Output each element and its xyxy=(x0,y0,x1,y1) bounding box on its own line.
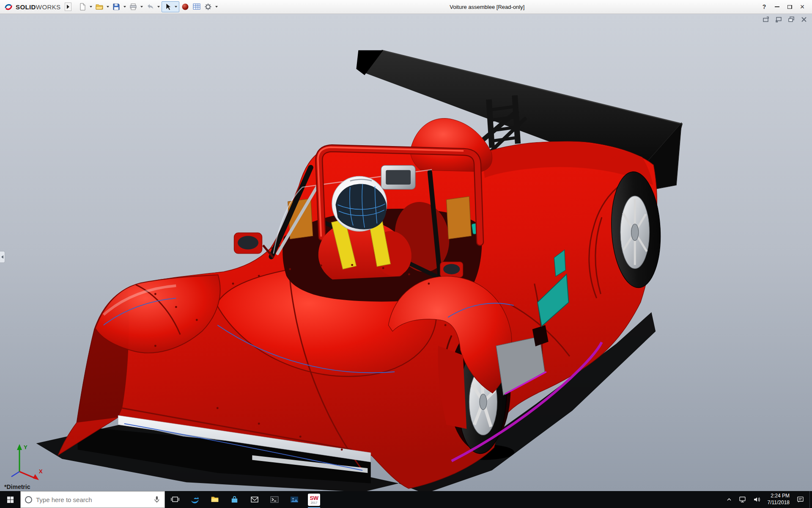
x-axis-arrow xyxy=(33,474,39,480)
start-button[interactable] xyxy=(0,491,20,508)
speaker-icon xyxy=(753,496,761,503)
hidden-icons-button[interactable] xyxy=(726,497,732,502)
play-arrow-icon xyxy=(67,5,69,9)
undo-button[interactable] xyxy=(145,1,156,12)
select-dropdown-arrow[interactable] xyxy=(175,6,177,8)
y-axis-arrow xyxy=(17,444,22,450)
microphone-icon[interactable] xyxy=(153,495,160,504)
action-center-button[interactable] xyxy=(796,496,804,503)
help-button[interactable]: ? xyxy=(758,1,771,12)
cortana-icon xyxy=(25,496,32,503)
appearance-button[interactable] xyxy=(180,1,191,12)
window-controls: ? × xyxy=(758,1,809,12)
model-scene[interactable] xyxy=(0,14,812,491)
new-document-icon xyxy=(78,3,87,11)
print-icon xyxy=(129,3,137,11)
doc-minimize-button[interactable] xyxy=(762,16,770,23)
show-desktop-button[interactable] xyxy=(809,491,812,508)
options-gear-icon xyxy=(204,3,212,11)
select-tool-group xyxy=(162,1,179,12)
action-center-icon xyxy=(796,496,804,503)
system-tray: 2:24 PM 7/11/2018 xyxy=(721,491,810,508)
appearance-sphere-icon xyxy=(181,3,189,11)
collapse-arrow-icon xyxy=(1,255,3,259)
network-icon xyxy=(739,496,746,503)
maximize-button[interactable] xyxy=(783,1,796,12)
mail-icon xyxy=(250,495,259,504)
taskbar-empty-area xyxy=(324,491,721,508)
undo-dropdown-arrow[interactable] xyxy=(157,6,160,8)
volume-button[interactable] xyxy=(753,496,761,503)
doc-close-button[interactable] xyxy=(800,16,808,23)
mail-button[interactable] xyxy=(244,491,264,508)
print-dropdown-arrow[interactable] xyxy=(140,6,143,8)
orientation-triad[interactable]: Y X xyxy=(4,441,45,483)
graphics-viewport[interactable]: Y X *Dimetric xyxy=(0,14,812,491)
design-table-icon xyxy=(192,3,201,11)
doc-restore-icon xyxy=(788,17,795,22)
doc-maximize-button[interactable] xyxy=(775,16,782,23)
solidworks-2017-icon: SW 2017 xyxy=(308,494,320,506)
main-toolbar xyxy=(77,1,219,12)
document-window-controls xyxy=(762,16,808,23)
restore-icon xyxy=(787,5,792,9)
clock-time: 2:24 PM xyxy=(768,493,790,500)
doc-maximize-icon xyxy=(775,17,782,22)
menu-expand-button[interactable] xyxy=(65,3,71,11)
open-dropdown-arrow[interactable] xyxy=(107,6,109,8)
solidworks-brand: SOLIDWORKS xyxy=(3,2,61,12)
doc-close-icon xyxy=(801,17,807,22)
windows-taskbar: SW 2017 xyxy=(0,491,812,508)
task-view-button[interactable] xyxy=(165,491,185,508)
close-icon: × xyxy=(800,3,805,11)
x-axis-label: X xyxy=(39,468,43,475)
new-dropdown-arrow[interactable] xyxy=(90,6,92,8)
panel-collapse-tab[interactable] xyxy=(0,251,5,263)
taskbar-clock[interactable]: 2:24 PM 7/11/2018 xyxy=(768,493,790,506)
close-button[interactable]: × xyxy=(796,1,809,12)
select-cursor-icon xyxy=(164,3,172,11)
task-view-icon xyxy=(171,495,179,504)
chevron-up-icon xyxy=(726,497,732,502)
new-document-button[interactable] xyxy=(77,1,88,12)
open-icon xyxy=(95,3,104,11)
open-button[interactable] xyxy=(94,1,105,12)
save-button[interactable] xyxy=(111,1,122,12)
undo-icon xyxy=(146,3,154,11)
y-axis-label: Y xyxy=(24,444,27,450)
doc-restore-button[interactable] xyxy=(787,16,795,23)
minimize-icon xyxy=(775,6,779,7)
select-button[interactable] xyxy=(162,1,173,12)
save-icon xyxy=(112,3,121,11)
center-mirror xyxy=(381,166,415,189)
side-mirror-right xyxy=(440,262,463,278)
file-explorer-button[interactable] xyxy=(205,491,225,508)
command-prompt-icon xyxy=(270,495,279,504)
design-table-button[interactable] xyxy=(191,1,202,12)
store-icon xyxy=(230,495,239,504)
print-button[interactable] xyxy=(128,1,139,12)
search-input[interactable] xyxy=(36,496,149,503)
minimize-button[interactable] xyxy=(771,1,783,12)
options-button[interactable] xyxy=(203,1,214,12)
title-bar: SOLIDWORKS xyxy=(0,0,812,14)
taskbar-search-box[interactable] xyxy=(20,491,165,508)
z-axis xyxy=(11,472,19,477)
brand-name: SOLIDWORKS xyxy=(16,3,61,11)
clock-date: 7/11/2018 xyxy=(768,500,790,506)
command-prompt-button[interactable] xyxy=(264,491,284,508)
save-dropdown-arrow[interactable] xyxy=(123,6,126,8)
solidworks-app-button[interactable]: SW 2017 xyxy=(304,491,324,508)
file-explorer-icon xyxy=(210,495,219,504)
store-button[interactable] xyxy=(225,491,244,508)
edge-icon xyxy=(190,494,200,505)
solidworks-window: SOLIDWORKS xyxy=(0,0,812,508)
photos-button[interactable] xyxy=(284,491,304,508)
taskbar-apps: SW 2017 xyxy=(165,491,324,508)
edge-button[interactable] xyxy=(185,491,205,508)
options-dropdown-arrow[interactable] xyxy=(215,6,218,8)
view-orientation-label: *Dimetric xyxy=(4,483,30,490)
network-button[interactable] xyxy=(739,496,746,503)
orange-panel-right xyxy=(447,196,472,239)
photos-icon xyxy=(290,495,299,504)
